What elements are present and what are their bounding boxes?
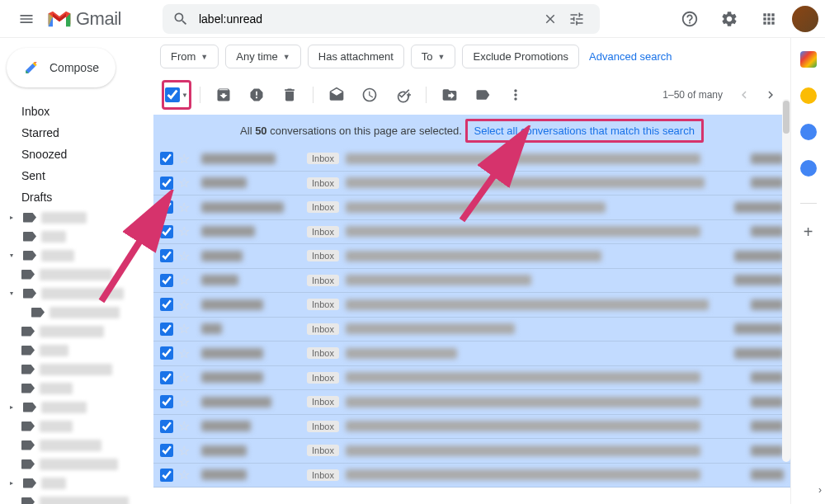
add-addon-button[interactable]: +	[800, 224, 817, 240]
main-menu-button[interactable]	[7, 0, 46, 39]
email-row[interactable]: ☆ Inbox	[153, 318, 790, 342]
row-checkbox[interactable]	[160, 323, 173, 336]
snooze-button[interactable]	[355, 80, 384, 110]
star-button[interactable]: ☆	[178, 272, 193, 288]
row-checkbox[interactable]	[160, 371, 173, 384]
row-checkbox[interactable]	[160, 177, 173, 190]
nav-drafts[interactable]: Drafts	[0, 186, 153, 208]
star-button[interactable]: ☆	[178, 370, 193, 385]
label-item[interactable]	[0, 265, 153, 284]
label-item[interactable]: ▸	[0, 398, 153, 417]
select-all-matching-link[interactable]: Select all conversations that match this…	[465, 119, 704, 143]
email-row[interactable]: ☆ Inbox	[153, 366, 790, 391]
star-button[interactable]: ☆	[178, 175, 193, 191]
label-item[interactable]	[0, 436, 153, 455]
star-button[interactable]: ☆	[178, 297, 193, 313]
tasks-addon[interactable]	[800, 124, 817, 140]
email-row[interactable]: ☆ Inbox	[153, 147, 790, 172]
email-row[interactable]: ☆ Inbox	[153, 244, 790, 269]
email-row[interactable]: ☆ Inbox	[153, 293, 790, 318]
add-to-tasks-button[interactable]	[388, 80, 417, 110]
label-item[interactable]	[0, 417, 153, 436]
row-checkbox[interactable]	[160, 274, 173, 287]
collapse-icon[interactable]: ▾	[10, 252, 18, 259]
select-all-checkbox[interactable]: ▼	[162, 80, 191, 110]
star-button[interactable]: ☆	[178, 151, 193, 167]
more-button[interactable]	[501, 80, 530, 110]
nav-starred[interactable]: Starred	[0, 122, 153, 144]
label-item[interactable]: ▸	[0, 473, 153, 492]
label-item[interactable]	[0, 492, 153, 504]
row-checkbox[interactable]	[160, 200, 173, 214]
collapse-icon[interactable]: ▾	[10, 290, 18, 297]
keep-addon[interactable]	[800, 87, 817, 104]
search-input[interactable]	[199, 12, 537, 26]
settings-button[interactable]	[713, 2, 746, 35]
label-item[interactable]	[0, 322, 153, 341]
row-checkbox[interactable]	[160, 225, 173, 238]
row-checkbox[interactable]	[160, 420, 173, 433]
account-avatar[interactable]	[792, 6, 818, 32]
email-row[interactable]: ☆ Inbox	[153, 390, 790, 415]
email-row[interactable]: ☆ Inbox	[153, 341, 790, 366]
email-row[interactable]: ☆ Inbox	[153, 439, 790, 464]
star-button[interactable]: ☆	[178, 321, 193, 337]
nav-inbox[interactable]: Inbox	[0, 101, 153, 122]
star-button[interactable]: ☆	[178, 248, 193, 264]
label-item[interactable]: ▸	[0, 208, 153, 227]
email-row[interactable]: ☆ Inbox	[153, 269, 790, 294]
apps-button[interactable]	[752, 2, 785, 35]
mark-read-button[interactable]	[322, 80, 351, 110]
label-item[interactable]: ▾	[0, 284, 153, 303]
label-item[interactable]	[0, 341, 153, 360]
label-item[interactable]	[0, 227, 153, 246]
advanced-search-link[interactable]: Advanced search	[589, 50, 672, 63]
select-all-input[interactable]	[165, 87, 180, 102]
clear-search-button[interactable]	[537, 6, 563, 32]
contacts-addon[interactable]	[800, 160, 817, 177]
email-row[interactable]: ☆ Inbox	[153, 415, 790, 440]
star-button[interactable]: ☆	[178, 418, 193, 434]
gmail-logo[interactable]: Gmail	[46, 8, 121, 30]
main-scrollbar[interactable]	[782, 99, 790, 462]
expand-icon[interactable]: ▸	[10, 403, 18, 411]
email-row[interactable]: ☆ Inbox	[153, 195, 790, 220]
move-to-button[interactable]	[435, 80, 464, 110]
row-checkbox[interactable]	[160, 249, 173, 262]
labels-button[interactable]	[468, 80, 497, 110]
filter-from[interactable]: From▼	[160, 45, 219, 68]
row-checkbox[interactable]	[160, 152, 173, 165]
nav-snoozed[interactable]: Snoozed	[0, 144, 153, 165]
row-checkbox[interactable]	[160, 298, 173, 311]
label-item[interactable]	[0, 360, 153, 379]
filter-to[interactable]: To▼	[411, 45, 456, 68]
report-spam-button[interactable]	[242, 80, 271, 110]
prev-page-button[interactable]	[733, 83, 756, 106]
star-button[interactable]: ☆	[178, 224, 193, 239]
nav-sent[interactable]: Sent	[0, 165, 153, 186]
next-page-button[interactable]	[759, 83, 782, 106]
expand-icon[interactable]: ▸	[10, 214, 18, 221]
star-button[interactable]: ☆	[178, 200, 193, 215]
label-item[interactable]	[0, 455, 153, 473]
scrollbar-thumb[interactable]	[783, 101, 790, 134]
panel-collapse-icon[interactable]: ›	[818, 484, 822, 496]
expand-icon[interactable]: ▸	[10, 479, 18, 487]
support-button[interactable]	[673, 2, 706, 35]
label-item[interactable]	[0, 379, 153, 398]
archive-button[interactable]	[209, 80, 238, 110]
email-row[interactable]: ☆ Inbox	[153, 220, 790, 245]
filter-anytime[interactable]: Any time▼	[225, 45, 301, 68]
search-box[interactable]	[163, 4, 600, 34]
star-button[interactable]: ☆	[178, 394, 193, 410]
row-checkbox[interactable]	[160, 346, 173, 360]
email-row[interactable]: ☆ Inbox	[153, 172, 790, 196]
calendar-addon[interactable]	[800, 51, 817, 68]
row-checkbox[interactable]	[160, 444, 173, 457]
star-button[interactable]: ☆	[178, 467, 193, 483]
search-options-button[interactable]	[563, 6, 590, 32]
delete-button[interactable]	[275, 80, 304, 110]
filter-exclude-promotions[interactable]: Exclude Promotions	[462, 45, 579, 68]
chevron-down-icon[interactable]: ▼	[182, 92, 188, 99]
compose-button[interactable]: Compose	[7, 48, 116, 87]
